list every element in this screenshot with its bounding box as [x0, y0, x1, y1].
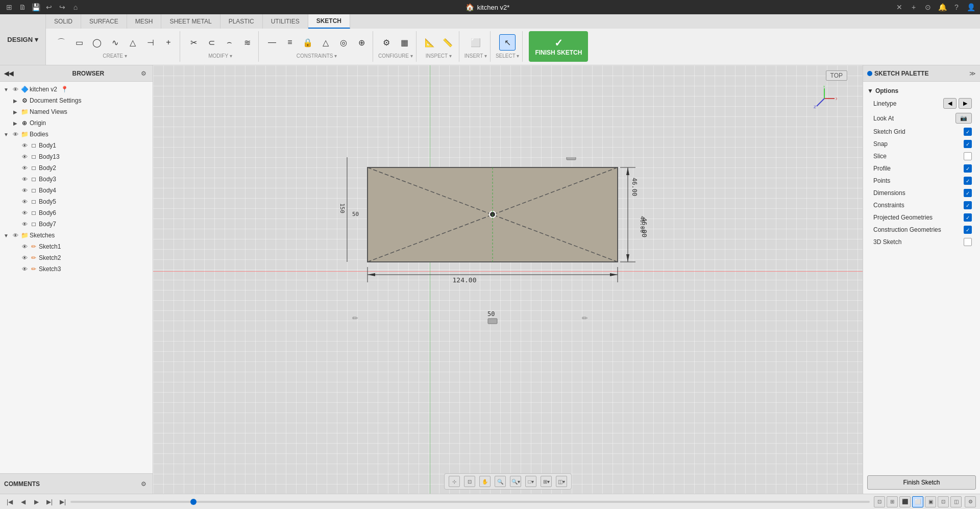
tree-eye-body5[interactable]: 👁 — [20, 198, 29, 206]
tree-expand-bodies[interactable]: ▼ — [2, 130, 10, 138]
canvas-viewport[interactable]: TOP X Y Z — [153, 65, 863, 494]
tree-item-sketch2[interactable]: 👁 ✏ Sketch2 — [0, 252, 153, 263]
timeline-prev[interactable]: ◀ — [17, 496, 29, 507]
tool-lock[interactable]: 🔒 — [300, 34, 316, 51]
timeline-play[interactable]: ▶ — [31, 496, 42, 507]
fusion-icon[interactable]: ⊙ — [923, 2, 933, 12]
palette-sketchgrid-checkbox[interactable]: ✓ — [964, 128, 972, 136]
palette-profile-checkbox[interactable]: ✓ — [964, 164, 972, 173]
tool-scissors[interactable]: ✂ — [185, 34, 202, 51]
palette-linetype-next[interactable]: ▶ — [959, 98, 972, 109]
finish-sketch-toolbar-button[interactable]: ✓ FINISH SKETCH — [529, 31, 588, 62]
palette-construction-geo-checkbox[interactable]: ✓ — [964, 226, 972, 234]
palette-dimensions-checkbox[interactable]: ✓ — [964, 189, 972, 197]
tree-eye-body3[interactable]: 👁 — [20, 175, 29, 183]
tab-sketch[interactable]: SKETCH — [308, 14, 350, 29]
palette-lookat-button[interactable]: 📷 — [955, 113, 972, 124]
palette-constraints-checkbox[interactable]: ✓ — [964, 201, 972, 209]
tree-item-sketches[interactable]: ▼ 👁 📁 Sketches — [0, 230, 153, 241]
tool-select[interactable]: ↖ — [499, 34, 516, 51]
view-cube-top[interactable]: TOP — [826, 70, 847, 81]
tree-item-body3[interactable]: 👁 □ Body3 — [0, 174, 153, 185]
tree-item-body1[interactable]: 👁 □ Body1 — [0, 140, 153, 151]
tree-item-body7[interactable]: 👁 □ Body7 — [0, 219, 153, 230]
tool-plus[interactable]: + — [160, 34, 177, 51]
tree-item-doc-settings[interactable]: ▶ ⚙ Document Settings — [0, 95, 153, 106]
palette-projected-geo-checkbox[interactable]: ✓ — [964, 213, 972, 222]
help-icon[interactable]: ? — [951, 2, 962, 12]
palette-linetype-prev[interactable]: ◀ — [943, 98, 957, 109]
tree-eye-sketch2[interactable]: 👁 — [20, 254, 29, 262]
tool-line[interactable]: ⌒ — [53, 34, 69, 51]
palette-snap-checkbox[interactable]: ✓ — [964, 140, 972, 148]
palette-expand-icon[interactable]: ≫ — [969, 70, 976, 77]
tool-wave[interactable]: ≋ — [239, 34, 255, 51]
timeline-first[interactable]: |◀ — [4, 496, 15, 507]
palette-slice-checkbox[interactable] — [964, 152, 972, 160]
tree-eye-body2[interactable]: 👁 — [20, 164, 29, 172]
canvas-tool-extra[interactable]: ◫▾ — [556, 476, 567, 487]
tree-item-bodies[interactable]: ▼ 👁 📁 Bodies — [0, 129, 153, 140]
tab-solid[interactable]: SOLID — [46, 14, 81, 29]
tree-eye-root[interactable]: 👁 — [11, 85, 19, 93]
save-icon[interactable]: 💾 — [31, 2, 41, 12]
tool-circle-c[interactable]: ◎ — [335, 34, 352, 51]
tree-item-body4[interactable]: 👁 □ Body4 — [0, 185, 153, 196]
tree-eye-sketch1[interactable]: 👁 — [20, 243, 29, 251]
tool-arc[interactable]: ⌢ — [221, 34, 237, 51]
browser-nav-left[interactable]: ◀◀ — [4, 70, 67, 77]
tree-item-origin[interactable]: ▶ ⊕ Origin — [0, 117, 153, 129]
tree-eye-bodies[interactable]: 👁 — [11, 130, 19, 138]
tool-spline[interactable]: ∿ — [107, 34, 123, 51]
comments-settings-icon[interactable]: ⚙ — [138, 479, 149, 489]
tool-insert1[interactable]: ⬜ — [468, 34, 484, 51]
canvas-tool-zoom[interactable]: 🔍 — [495, 476, 506, 487]
updates-icon[interactable]: 🔔 — [937, 2, 947, 12]
canvas-tool-mesh-disp[interactable]: ⊞▾ — [541, 476, 552, 487]
tab-utilities[interactable]: UTILITIES — [263, 14, 308, 29]
browser-settings-icon[interactable]: ⚙ — [138, 68, 149, 79]
tool-triangle-c[interactable]: △ — [317, 34, 334, 51]
tree-item-root[interactable]: ▼ 👁 🔷 kitchen v2 📍 — [0, 84, 153, 95]
canvas-tool-snap[interactable]: ⊹ — [449, 476, 460, 487]
timeline-track[interactable] — [70, 501, 870, 503]
canvas-tool-fit[interactable]: ⊡ — [464, 476, 475, 487]
close-icon[interactable]: ✕ — [894, 2, 904, 12]
tool-horizontal[interactable]: — — [264, 34, 280, 51]
tab-surface[interactable]: SURFACE — [81, 14, 127, 29]
timeline-last[interactable]: ▶| — [57, 496, 68, 507]
tool-hatch[interactable]: ≡ — [282, 34, 298, 51]
redo-icon[interactable]: ↪ — [57, 2, 67, 12]
tree-item-sketch1[interactable]: 👁 ✏ Sketch1 — [0, 241, 153, 252]
tree-item-body2[interactable]: 👁 □ Body2 — [0, 162, 153, 174]
tool-inspect2[interactable]: 📏 — [439, 34, 456, 51]
palette-3d-sketch-checkbox[interactable] — [964, 238, 972, 246]
tree-eye-body13[interactable]: 👁 — [20, 153, 29, 161]
tree-eye-body4[interactable]: 👁 — [20, 186, 29, 195]
canvas-tool-pan[interactable]: ✋ — [479, 476, 491, 487]
tool-offset[interactable]: ⊣ — [142, 34, 159, 51]
tree-item-body13[interactable]: 👁 □ Body13 — [0, 151, 153, 162]
tool-configure1[interactable]: ⚙ — [378, 34, 395, 51]
view-btn-2[interactable]: ⊞ — [887, 496, 898, 507]
avatar-icon[interactable]: 👤 — [966, 2, 976, 12]
canvas-tool-display[interactable]: □▾ — [525, 476, 536, 487]
bottom-settings-icon[interactable]: ⚙ — [965, 496, 976, 507]
view-btn-overlay[interactable]: ◫ — [950, 496, 962, 507]
tree-item-sketch3[interactable]: 👁 ✏ Sketch3 — [0, 263, 153, 275]
view-btn-4[interactable]: ⬜ — [912, 496, 923, 507]
finish-sketch-palette-button[interactable]: Finish Sketch — [867, 475, 976, 490]
tree-eye-body7[interactable]: 👁 — [20, 220, 29, 228]
view-btn-3[interactable]: ⬛ — [899, 496, 911, 507]
file-icon[interactable]: 🗎 — [17, 2, 28, 12]
tool-trim[interactable]: ⊂ — [203, 34, 219, 51]
design-button[interactable]: DESIGN ▾ — [0, 14, 46, 65]
tool-rect[interactable]: ▭ — [71, 34, 87, 51]
palette-points-checkbox[interactable]: ✓ — [964, 177, 972, 185]
tab-plastic[interactable]: PLASTIC — [220, 14, 263, 29]
tab-sheet-metal[interactable]: SHEET METAL — [161, 14, 220, 29]
home-icon[interactable]: ⌂ — [70, 2, 81, 12]
undo-icon[interactable]: ↩ — [44, 2, 54, 12]
tree-item-body6[interactable]: 👁 □ Body6 — [0, 207, 153, 219]
tree-eye-body1[interactable]: 👁 — [20, 141, 29, 150]
